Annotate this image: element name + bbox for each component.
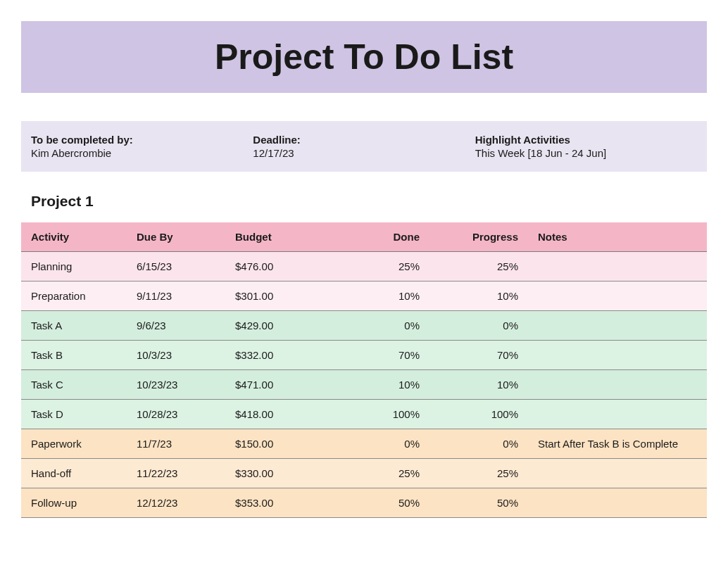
cell-budget: $429.00 <box>225 311 338 341</box>
cell-progress: 0% <box>429 311 528 341</box>
cell-done: 25% <box>338 252 429 282</box>
table-header-row: Activity Due By Budget Done Progress Not… <box>21 222 707 252</box>
cell-due-by: 11/7/23 <box>127 429 225 459</box>
table-row: Task A9/6/23$429.000%0% <box>21 311 707 341</box>
highlight-label: Highlight Activities <box>475 134 697 146</box>
cell-activity: Task A <box>21 311 127 341</box>
col-header-done: Done <box>338 222 429 252</box>
cell-budget: $476.00 <box>225 252 338 282</box>
table-row: Task B10/3/23$332.0070%70% <box>21 341 707 370</box>
cell-progress: 50% <box>429 488 528 518</box>
cell-notes <box>528 488 707 518</box>
cell-notes <box>528 252 707 282</box>
col-header-due-by: Due By <box>127 222 225 252</box>
cell-budget: $301.00 <box>225 282 338 311</box>
cell-progress: 25% <box>429 459 528 488</box>
table-row: Task C10/23/23$471.0010%10% <box>21 370 707 400</box>
completed-by-label: To be completed by: <box>31 134 253 146</box>
cell-budget: $418.00 <box>225 400 338 429</box>
cell-activity: Task C <box>21 370 127 400</box>
cell-budget: $150.00 <box>225 429 338 459</box>
cell-notes <box>528 400 707 429</box>
cell-progress: 25% <box>429 252 528 282</box>
cell-activity: Hand-off <box>21 459 127 488</box>
title-banner: Project To Do List <box>21 21 707 93</box>
table-row: Hand-off11/22/23$330.0025%25% <box>21 459 707 488</box>
cell-done: 10% <box>338 370 429 400</box>
cell-done: 50% <box>338 488 429 518</box>
cell-activity: Task B <box>21 341 127 370</box>
deadline-value: 12/17/23 <box>253 147 475 159</box>
cell-notes <box>528 311 707 341</box>
cell-done: 0% <box>338 311 429 341</box>
cell-budget: $353.00 <box>225 488 338 518</box>
cell-due-by: 9/6/23 <box>127 311 225 341</box>
cell-done: 25% <box>338 459 429 488</box>
col-header-progress: Progress <box>429 222 528 252</box>
cell-progress: 10% <box>429 282 528 311</box>
cell-notes <box>528 282 707 311</box>
cell-activity: Planning <box>21 252 127 282</box>
cell-due-by: 10/23/23 <box>127 370 225 400</box>
task-table: Activity Due By Budget Done Progress Not… <box>21 222 707 518</box>
cell-done: 70% <box>338 341 429 370</box>
page-title: Project To Do List <box>21 37 707 77</box>
cell-progress: 70% <box>429 341 528 370</box>
cell-due-by: 12/12/23 <box>127 488 225 518</box>
cell-done: 10% <box>338 282 429 311</box>
info-highlight: Highlight Activities This Week [18 Jun -… <box>475 134 697 159</box>
cell-due-by: 10/3/23 <box>127 341 225 370</box>
cell-notes <box>528 459 707 488</box>
highlight-value: This Week [18 Jun - 24 Jun] <box>475 147 697 159</box>
col-header-budget: Budget <box>225 222 338 252</box>
cell-due-by: 9/11/23 <box>127 282 225 311</box>
table-row: Follow-up12/12/23$353.0050%50% <box>21 488 707 518</box>
cell-progress: 0% <box>429 429 528 459</box>
table-row: Paperwork11/7/23$150.000%0%Start After T… <box>21 429 707 459</box>
cell-due-by: 6/15/23 <box>127 252 225 282</box>
cell-activity: Preparation <box>21 282 127 311</box>
table-row: Planning6/15/23$476.0025%25% <box>21 252 707 282</box>
cell-notes <box>528 341 707 370</box>
cell-due-by: 10/28/23 <box>127 400 225 429</box>
table-row: Task D10/28/23$418.00100%100% <box>21 400 707 429</box>
cell-done: 0% <box>338 429 429 459</box>
cell-due-by: 11/22/23 <box>127 459 225 488</box>
cell-activity: Follow-up <box>21 488 127 518</box>
info-bar: To be completed by: Kim Abercrombie Dead… <box>21 121 707 172</box>
col-header-activity: Activity <box>21 222 127 252</box>
table-row: Preparation9/11/23$301.0010%10% <box>21 282 707 311</box>
cell-progress: 10% <box>429 370 528 400</box>
cell-done: 100% <box>338 400 429 429</box>
cell-budget: $471.00 <box>225 370 338 400</box>
cell-progress: 100% <box>429 400 528 429</box>
deadline-label: Deadline: <box>253 134 475 146</box>
info-completed-by: To be completed by: Kim Abercrombie <box>31 134 253 159</box>
cell-budget: $330.00 <box>225 459 338 488</box>
cell-notes <box>528 370 707 400</box>
cell-budget: $332.00 <box>225 341 338 370</box>
info-deadline: Deadline: 12/17/23 <box>253 134 475 159</box>
cell-notes: Start After Task B is Complete <box>528 429 707 459</box>
project-heading: Project 1 <box>31 193 707 210</box>
col-header-notes: Notes <box>528 222 707 252</box>
cell-activity: Paperwork <box>21 429 127 459</box>
cell-activity: Task D <box>21 400 127 429</box>
completed-by-value: Kim Abercrombie <box>31 147 253 159</box>
